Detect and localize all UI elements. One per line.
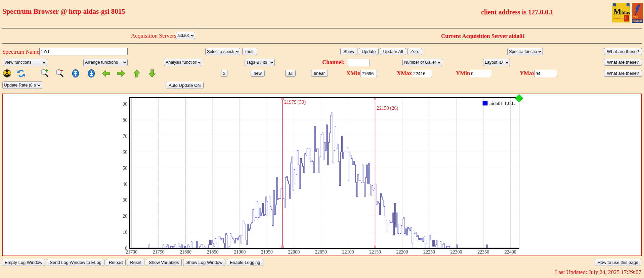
- cursor-handle-bottom[interactable]: [374, 246, 376, 248]
- client-address: client address is 127.0.0.1: [481, 8, 553, 16]
- zero-button[interactable]: Zero: [407, 48, 423, 55]
- tcl-powered-logo[interactable]: TCL POWERED: [632, 3, 643, 23]
- what-are-these-button-1[interactable]: What are these?: [604, 48, 642, 55]
- view-functions-dropdown[interactable]: View functions: [3, 59, 47, 66]
- what-are-these-button-3[interactable]: What are these?: [604, 70, 642, 77]
- x-tick-label: 22100: [342, 249, 354, 254]
- midas-emblem-right: [627, 3, 630, 6]
- y-tick-label: 80: [123, 118, 127, 123]
- multi-button[interactable]: multi: [242, 48, 257, 55]
- arrange-functions-dropdown[interactable]: Arrange functions: [83, 59, 128, 66]
- enable-logging-button[interactable]: Enable Logging: [227, 259, 263, 266]
- spectrum-chart-panel: 2170021750218002185021900219502200022050…: [2, 94, 642, 256]
- cursor-label: 22150 (26): [377, 105, 398, 111]
- channel-input[interactable]: [347, 59, 370, 66]
- ymax-label: YMax: [520, 70, 535, 77]
- cursor-label: 21979 (53): [284, 99, 306, 105]
- spectrum-chart[interactable]: 2170021750218002185021900219502200022050…: [3, 94, 640, 254]
- update-rate-dropdown[interactable]: Update Rate (8 secs): [2, 81, 42, 89]
- all-button[interactable]: all: [285, 70, 296, 77]
- cursor-handle-top[interactable]: [282, 98, 284, 100]
- xmin-input[interactable]: [360, 70, 377, 77]
- auto-update-button[interactable]: Auto Update ON: [166, 82, 204, 89]
- x-tick-label: 22400: [505, 249, 516, 254]
- show-variables-button[interactable]: Show Variables: [146, 259, 182, 266]
- spectrum-name-label: Spectrum Name:: [2, 49, 41, 55]
- x-tick-label: 22200: [396, 249, 408, 254]
- galleries-dropdown[interactable]: Number of Galleries: [402, 59, 442, 66]
- linear-button[interactable]: linear: [311, 70, 328, 77]
- x-tick-label: 22000: [288, 249, 300, 254]
- refresh-icon[interactable]: [17, 69, 26, 78]
- channel-label: Channel:: [322, 59, 345, 66]
- plot-frame: [129, 98, 519, 248]
- legend-label: aida01 1.0.L: [489, 101, 515, 106]
- spectrum-browser-app: Spectrum Browser @ http aidas-gsi 8015 c…: [0, 0, 644, 278]
- divider-second: [2, 43, 642, 44]
- tcl-powered-text: POWERED: [632, 19, 643, 23]
- new-button[interactable]: new: [251, 70, 265, 77]
- reset-button[interactable]: Reset: [127, 259, 144, 266]
- tags-fits-dropdown[interactable]: Tags & Fits: [245, 59, 275, 66]
- y-tick-label: 20: [123, 214, 127, 219]
- analysis-functions-dropdown[interactable]: Analysis functions: [164, 59, 202, 66]
- midas-logo[interactable]: Midas powered by f: [612, 3, 630, 22]
- x-tick-label: 21850: [207, 249, 219, 254]
- update-all-button[interactable]: Update All: [380, 48, 406, 55]
- ymin-input[interactable]: [470, 70, 491, 77]
- ymin-label: YMin: [456, 70, 470, 77]
- radiation-icon[interactable]: [3, 69, 11, 78]
- midas-tcl-flag: f: [624, 15, 629, 21]
- select-spectrum-dropdown[interactable]: Select a spectrum: [205, 48, 240, 55]
- ymax-input[interactable]: [534, 70, 557, 77]
- update-button[interactable]: Update: [359, 48, 379, 55]
- cursor-handle-bottom[interactable]: [282, 246, 284, 248]
- x-tick-label: 21800: [180, 249, 191, 254]
- divider-top: [2, 28, 642, 29]
- x-tick-label: 21950: [261, 249, 273, 254]
- layout-id-dropdown[interactable]: Layout ID=3: [483, 59, 510, 66]
- show-log-window-button[interactable]: Show Log Window: [183, 259, 225, 266]
- spectra-functions-dropdown[interactable]: Spectra functions: [507, 48, 543, 55]
- y-tick-label: 60: [123, 150, 127, 155]
- spectrum-name-input[interactable]: [39, 48, 128, 55]
- midas-powered-by: powered by: [613, 17, 624, 19]
- cursor-handle-top[interactable]: [374, 98, 376, 100]
- xmax-input[interactable]: [412, 70, 432, 77]
- zoom-in-icon[interactable]: [40, 69, 49, 78]
- pan-down-icon[interactable]: [148, 69, 157, 78]
- pan-right-icon[interactable]: [117, 69, 126, 78]
- y-tick-label: 50: [123, 166, 127, 171]
- y-tick-label: 0: [125, 246, 127, 251]
- y-tick-label: 10: [123, 230, 127, 235]
- current-server-label: Current Acquisition Server aida01: [441, 33, 525, 40]
- pan-up-icon[interactable]: [132, 69, 141, 78]
- acquisition-server-select[interactable]: aida01: [176, 32, 195, 39]
- zoom-out-icon[interactable]: [55, 69, 64, 78]
- y-tick-label: 90: [123, 102, 127, 107]
- empty-log-window-button[interactable]: Empty Log Window: [2, 259, 45, 266]
- scroll-down-icon[interactable]: [71, 69, 80, 78]
- x-tick-label: 22150: [369, 249, 381, 254]
- what-are-these-button-2[interactable]: What are these?: [604, 59, 642, 66]
- tcl-logo-text: TCL: [633, 16, 639, 19]
- send-log-to-elog-button[interactable]: Send Log Window to ELog: [47, 259, 104, 266]
- reload-button[interactable]: Reload: [106, 259, 126, 266]
- x-tick-label: 21700: [126, 249, 137, 254]
- spectrum-trace: [129, 112, 519, 248]
- xmax-label: XMax: [397, 70, 412, 77]
- x-tick-label: 22300: [450, 249, 462, 254]
- x-axis-button[interactable]: x: [221, 70, 227, 77]
- y-tick-label: 30: [123, 198, 127, 203]
- last-updated-text: Last Updated: July 24, 2025 17:29:07: [555, 269, 641, 276]
- how-to-use-button[interactable]: How to use this page: [595, 259, 641, 266]
- xmin-label: XMin: [346, 70, 361, 77]
- legend-swatch: [483, 101, 487, 105]
- page-title: Spectrum Browser @ http aidas-gsi 8015: [2, 7, 125, 16]
- corner-diamond-marker[interactable]: [515, 94, 523, 102]
- pan-left-icon[interactable]: [102, 69, 111, 78]
- x-tick-label: 21900: [234, 249, 246, 254]
- scroll-up-icon[interactable]: [87, 69, 96, 78]
- show-button[interactable]: Show: [340, 48, 357, 55]
- y-tick-label: 70: [123, 134, 127, 139]
